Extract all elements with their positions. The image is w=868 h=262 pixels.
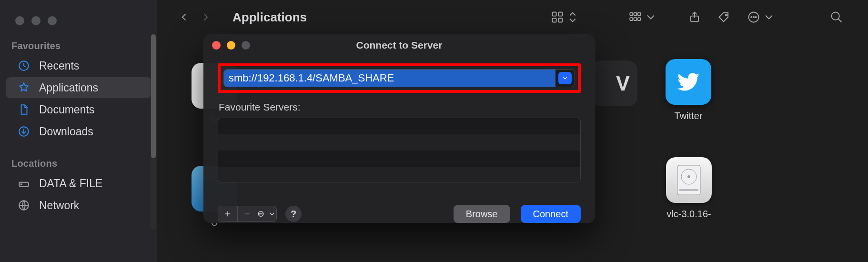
svg-point-18	[751, 17, 752, 18]
favourite-action-menu[interactable]	[257, 206, 276, 222]
sidebar-item-data-file[interactable]: DATA & FILE	[6, 173, 151, 194]
chevron-down-icon	[644, 10, 657, 24]
svg-point-3	[21, 184, 22, 185]
svg-rect-11	[638, 13, 641, 16]
dialog-footer: ? Browse Connect	[203, 198, 595, 223]
disk-image-icon	[666, 157, 712, 203]
sidebar-section-locations: Locations	[0, 143, 157, 172]
svg-rect-9	[630, 13, 633, 16]
zoom-window-button[interactable]	[48, 16, 57, 25]
sidebar-item-documents[interactable]: Documents	[6, 99, 151, 120]
connect-to-server-dialog: Connect to Server Favourite Servers:	[203, 35, 595, 223]
svg-rect-8	[558, 18, 562, 22]
sidebar-item-applications[interactable]: Applications	[6, 77, 151, 98]
search-button[interactable]	[824, 8, 849, 27]
clock-icon	[17, 59, 30, 72]
close-dialog-button[interactable]	[212, 41, 221, 50]
sidebar-item-label: Documents	[39, 103, 94, 116]
globe-icon	[17, 199, 30, 212]
path-title: Applications	[232, 10, 307, 25]
svg-rect-13	[634, 18, 637, 20]
sidebar-item-label: DATA & FILE	[39, 177, 102, 190]
remove-favourite-button	[238, 206, 257, 222]
add-favourite-button[interactable]	[218, 206, 237, 222]
sidebar-scrollbar[interactable]	[151, 34, 156, 230]
chevron-down-icon	[762, 10, 776, 24]
server-address-input[interactable]	[224, 70, 555, 87]
tags-button[interactable]	[712, 8, 737, 27]
tv-icon: V	[592, 60, 637, 106]
list-row[interactable]	[218, 134, 580, 151]
view-icon-grid-button[interactable]	[545, 8, 585, 27]
server-address-field[interactable]	[223, 69, 575, 87]
chevron-down-icon	[562, 75, 568, 81]
svg-rect-7	[553, 18, 556, 22]
connect-button[interactable]: Connect	[521, 205, 581, 223]
zoom-dialog-button	[242, 41, 250, 50]
list-row[interactable]	[218, 151, 580, 167]
dialog-body: Favourite Servers:	[203, 56, 595, 198]
list-row[interactable]	[218, 167, 580, 182]
dialog-titlebar[interactable]: Connect to Server	[203, 35, 595, 56]
favourite-servers-label: Favourite Servers:	[219, 101, 581, 113]
close-window-button[interactable]	[15, 16, 24, 25]
sidebar-item-network[interactable]: Network	[6, 195, 151, 216]
app-label: vlc-3.0.16-	[660, 209, 717, 220]
list-row[interactable]	[218, 118, 580, 134]
share-button[interactable]	[682, 8, 707, 27]
svg-point-29	[262, 213, 262, 214]
minimize-dialog-button[interactable]	[227, 41, 235, 50]
browse-button[interactable]: Browse	[454, 205, 510, 223]
svg-point-24	[687, 175, 690, 178]
sidebar-item-downloads[interactable]: Downloads	[6, 121, 151, 142]
app-icon-twitter[interactable]: Twitter	[660, 59, 717, 121]
dialog-title: Connect to Server	[203, 40, 595, 51]
svg-point-27	[260, 213, 260, 214]
finder-toolbar: Applications	[157, 0, 868, 34]
finder-sidebar: Favourites Recents Applications Document…	[0, 0, 157, 262]
download-icon	[17, 125, 30, 138]
favourite-edit-group	[218, 206, 277, 222]
recent-servers-dropdown[interactable]	[558, 72, 572, 84]
svg-rect-14	[638, 18, 641, 20]
chevron-down-icon	[268, 210, 276, 218]
group-by-button[interactable]	[623, 8, 663, 27]
action-menu-button[interactable]	[741, 8, 781, 27]
svg-point-20	[756, 17, 757, 18]
svg-point-19	[753, 17, 754, 18]
svg-rect-5	[553, 12, 556, 16]
svg-point-21	[832, 12, 839, 20]
twitter-icon	[666, 59, 711, 105]
sidebar-item-recents[interactable]: Recents	[6, 55, 151, 76]
dialog-window-controls	[203, 41, 250, 50]
drive-icon	[17, 177, 30, 190]
help-button[interactable]: ?	[285, 206, 302, 222]
sidebar-item-label: Network	[39, 199, 79, 212]
app-icon-vlc-dmg[interactable]: vlc-3.0.16-	[660, 157, 717, 220]
svg-rect-6	[558, 12, 562, 16]
forward-button[interactable]	[197, 9, 213, 25]
window-controls	[0, 13, 157, 25]
svg-rect-10	[634, 13, 637, 16]
sidebar-item-label: Downloads	[39, 125, 93, 138]
sidebar-scroll-thumb[interactable]	[151, 34, 156, 158]
sidebar-section-favourites: Favourites	[0, 25, 157, 54]
svg-point-17	[749, 12, 759, 22]
apps-icon	[17, 81, 30, 94]
back-button[interactable]	[176, 9, 192, 25]
app-label: Twitter	[660, 111, 717, 121]
document-icon	[17, 103, 30, 116]
svg-rect-12	[630, 18, 633, 20]
sidebar-item-label: Recents	[39, 60, 79, 72]
svg-point-16	[726, 14, 727, 16]
annotation-highlight	[218, 63, 581, 93]
favourite-servers-list[interactable]	[218, 118, 581, 182]
chevron-updown-icon	[566, 10, 579, 24]
minimize-window-button[interactable]	[31, 16, 40, 25]
svg-point-28	[261, 213, 261, 214]
sidebar-item-label: Applications	[39, 81, 98, 94]
svg-rect-25	[679, 189, 698, 191]
